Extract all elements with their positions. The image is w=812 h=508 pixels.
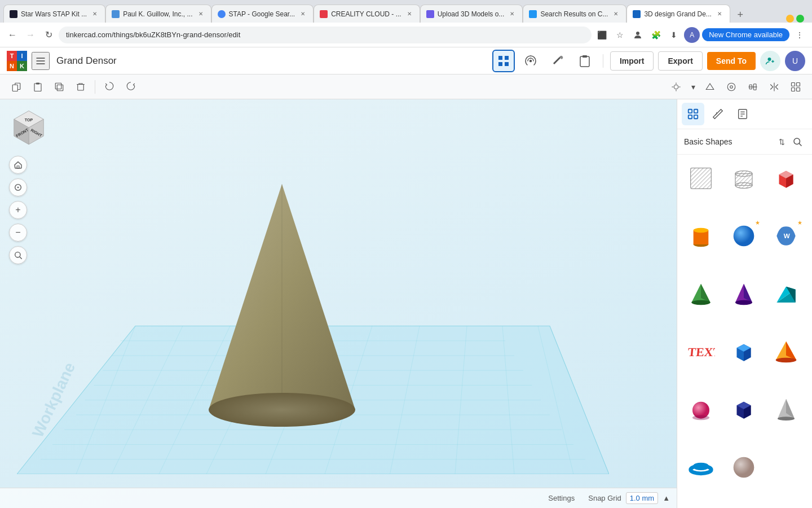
panel-search-button[interactable] — [789, 134, 805, 150]
tab-creality[interactable]: CREALITY CLOUD - ... ✕ — [314, 5, 420, 23]
refresh-button[interactable]: ↻ — [41, 27, 56, 43]
user-profile-btn[interactable]: A — [684, 27, 700, 43]
clipboard-button[interactable] — [573, 50, 596, 72]
viewport-controls: + − — [9, 156, 27, 264]
panel-notes-button[interactable] — [731, 103, 754, 125]
shape-tool-button[interactable] — [700, 77, 720, 97]
panel-grid-button[interactable] — [682, 103, 704, 125]
snap-grid-value[interactable]: 1.0 mm — [626, 492, 658, 504]
measure-tool-button[interactable] — [722, 77, 741, 97]
menu-button[interactable]: ⋮ — [792, 27, 807, 43]
shape-blue-box[interactable] — [725, 332, 763, 371]
tab-stap[interactable]: STAP - Google Sear... ✕ — [211, 5, 314, 23]
mirror-tool-button[interactable] — [765, 77, 784, 97]
paste-tool-button[interactable] — [28, 77, 47, 97]
shape-purple-cone[interactable] — [725, 275, 763, 313]
snap-grid-arrow[interactable]: ▲ — [663, 494, 670, 502]
shape-navy-box[interactable] — [725, 390, 763, 428]
tab-close-btn[interactable]: ✕ — [90, 10, 99, 19]
svg-rect-9 — [580, 56, 589, 67]
shape-cylinder-hole[interactable] — [725, 159, 763, 198]
shape-magenta-sphere[interactable] — [682, 390, 720, 428]
browser-frame: Star Wars STAP Kit ... ✕ Paul K. Guillow… — [0, 0, 812, 47]
hamburger-button[interactable] — [32, 52, 50, 70]
tools-button[interactable] — [546, 50, 569, 72]
home-view-button[interactable] — [9, 156, 27, 174]
profile-button[interactable] — [630, 27, 646, 43]
zoom-fit-button[interactable] — [9, 246, 27, 264]
address-bar[interactable]: tinkercad.com/things/bk6uZK8tBYn-grand-d… — [59, 27, 592, 43]
svg-rect-6 — [498, 62, 502, 66]
grid-view-button[interactable] — [492, 50, 515, 72]
biometric-button[interactable] — [519, 50, 542, 72]
tab-close-btn[interactable]: ✕ — [508, 10, 517, 19]
back-button[interactable]: ← — [5, 27, 20, 43]
tab-close-btn[interactable]: ✕ — [196, 10, 205, 19]
shape-red-box[interactable] — [767, 159, 805, 198]
cast-button[interactable]: ⬛ — [594, 27, 610, 43]
undo-tool-button[interactable] — [100, 77, 119, 97]
shape-brown-sphere[interactable] — [725, 448, 763, 487]
shape-scribble[interactable]: ★ W — [767, 217, 805, 255]
shape-torus[interactable] — [682, 448, 720, 487]
shape-yellow-pyramid[interactable] — [767, 332, 805, 371]
export-button[interactable]: Export — [658, 51, 702, 71]
extensions-button[interactable]: 🧩 — [648, 27, 664, 43]
svg-line-73 — [716, 113, 717, 115]
shape-text[interactable]: TEXT — [682, 332, 720, 371]
new-tab-button[interactable]: + — [732, 7, 748, 23]
tab-star-wars[interactable]: Star Wars STAP Kit ... ✕ — [3, 5, 105, 23]
forward-button[interactable]: → — [23, 27, 38, 43]
add-user-button[interactable] — [760, 51, 780, 71]
svg-point-68 — [209, 393, 355, 427]
redo-tool-button[interactable] — [121, 77, 140, 97]
shape-cylinder[interactable] — [682, 217, 720, 255]
tab-close-btn[interactable]: ✕ — [611, 10, 620, 19]
align-tool-button[interactable] — [743, 77, 762, 97]
tab-paul[interactable]: Paul K. Guillow, Inc., ... ✕ — [105, 5, 211, 23]
delete-tool-button[interactable] — [71, 77, 90, 97]
tinkercad-logo[interactable]: T I N K — [7, 51, 27, 71]
tab-close-btn[interactable]: ✕ — [715, 10, 724, 19]
tab-search[interactable]: Search Results on C... ✕ — [523, 5, 626, 23]
shape-green-pyramid[interactable] — [682, 275, 720, 313]
bookmark-button[interactable]: ☆ — [612, 27, 628, 43]
settings-button[interactable]: Settings — [541, 492, 581, 505]
tab-label: Star Wars STAP Kit ... — [21, 10, 87, 18]
tab-close-btn[interactable]: ✕ — [298, 10, 307, 19]
duplicate-tool-button[interactable] — [50, 77, 69, 97]
group-tool-button[interactable] — [786, 77, 805, 97]
maximize-btn[interactable] — [796, 15, 804, 23]
tab-label: Search Results on C... — [540, 10, 608, 18]
downloads-button[interactable]: ⬇ — [666, 27, 682, 43]
panel-ruler-button[interactable] — [707, 103, 729, 125]
viewport[interactable]: TOP FRONT RIGHT + − — [0, 99, 677, 508]
panel-collapse-button[interactable]: › — [677, 143, 677, 166]
shape-sphere[interactable]: ★ — [725, 217, 763, 255]
zoom-out-button[interactable]: − — [9, 224, 27, 242]
zoom-in-button[interactable]: + — [9, 201, 27, 219]
shape-teal-wedge[interactable] — [767, 275, 805, 313]
copy-tool-button[interactable] — [7, 77, 26, 97]
fit-view-button[interactable] — [9, 178, 27, 196]
tab-upload[interactable]: Upload 3D Models o... ✕ — [420, 5, 523, 23]
svg-text:W: W — [784, 232, 790, 239]
shape-gray-cone[interactable] — [767, 390, 805, 428]
tab-favicon — [633, 10, 641, 18]
svg-point-21 — [674, 85, 678, 89]
import-button[interactable]: Import — [610, 51, 654, 71]
minimize-btn[interactable] — [786, 15, 794, 23]
view-cube[interactable]: TOP FRONT RIGHT — [9, 108, 48, 148]
svg-rect-72 — [694, 115, 698, 119]
send-to-button[interactable]: Send To — [707, 52, 756, 70]
user-avatar[interactable]: U — [785, 51, 805, 71]
tab-close-btn[interactable]: ✕ — [405, 10, 414, 19]
chrome-available-badge[interactable]: New Chrome available — [702, 28, 789, 41]
shapes-grid: ★ ★ W — [677, 155, 812, 508]
tab-tinkercad[interactable]: 3D design Grand De... ✕ — [626, 5, 730, 23]
panel-dropdown-button[interactable]: ⇅ — [779, 138, 785, 146]
shape-box-hole[interactable] — [682, 159, 720, 198]
light-dropdown-button[interactable]: ▾ — [688, 77, 698, 97]
light-button[interactable] — [667, 77, 686, 97]
svg-point-44 — [17, 187, 19, 189]
